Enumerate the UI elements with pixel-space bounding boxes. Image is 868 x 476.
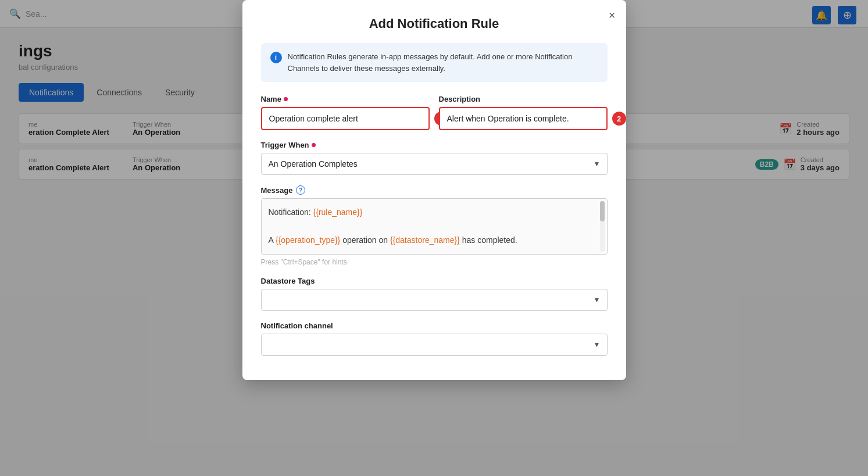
textarea-scrollbar bbox=[600, 201, 605, 252]
datastore-select[interactable] bbox=[261, 289, 608, 311]
info-icon: i bbox=[270, 52, 282, 63]
description-input[interactable] bbox=[439, 107, 608, 130]
message-var-operation-type: {{operation_type}} bbox=[276, 235, 340, 245]
channel-select-wrapper: ▼ bbox=[261, 334, 608, 356]
name-description-row: Name 1 Description 2 bbox=[261, 95, 608, 130]
modal-title: Add Notification Rule bbox=[261, 16, 608, 31]
message-content[interactable]: Notification: {{rule_name}} A {{operatio… bbox=[262, 199, 607, 254]
datastore-select-wrapper: ▼ bbox=[261, 289, 608, 311]
channel-select[interactable] bbox=[261, 334, 608, 356]
message-prefix1: Notification: bbox=[269, 207, 313, 217]
add-notification-rule-modal: × Add Notification Rule i Notification R… bbox=[242, 0, 626, 380]
modal-overlay: × Add Notification Rule i Notification R… bbox=[0, 0, 868, 476]
description-label: Description bbox=[439, 95, 608, 103]
name-input[interactable] bbox=[261, 107, 430, 130]
trigger-label: Trigger When bbox=[261, 141, 608, 149]
message-section: Message ? Notification: {{rule_name}} A … bbox=[261, 185, 608, 266]
message-textarea-wrapper: Notification: {{rule_name}} A {{operatio… bbox=[261, 198, 608, 255]
info-banner: i Notification Rules generate in-app mes… bbox=[261, 43, 608, 82]
name-required-indicator bbox=[284, 97, 288, 101]
channel-section: Notification channel ▼ bbox=[261, 321, 608, 356]
trigger-required-indicator bbox=[312, 143, 316, 147]
close-button[interactable]: × bbox=[609, 9, 616, 21]
name-input-wrapper: 1 bbox=[261, 107, 430, 130]
datastore-label: Datastore Tags bbox=[261, 277, 608, 285]
info-banner-text: Notification Rules generate in-app messa… bbox=[288, 51, 598, 74]
datastore-section: Datastore Tags ▼ bbox=[261, 277, 608, 311]
message-prefix2: A bbox=[269, 235, 276, 245]
channel-label: Notification channel bbox=[261, 321, 608, 330]
scrollbar-thumb bbox=[600, 201, 605, 221]
message-middle: operation on bbox=[340, 235, 390, 245]
name-form-group: Name 1 bbox=[261, 95, 430, 130]
description-form-group: Description 2 bbox=[439, 95, 608, 130]
trigger-select-wrapper: An Operation Completes ▼ bbox=[261, 153, 608, 175]
description-input-wrapper: 2 bbox=[439, 107, 608, 130]
message-var-rule-name: {{rule_name}} bbox=[313, 207, 363, 217]
trigger-select[interactable]: An Operation Completes bbox=[261, 153, 608, 175]
trigger-section: Trigger When An Operation Completes ▼ bbox=[261, 141, 608, 175]
message-help-icon[interactable]: ? bbox=[296, 185, 305, 195]
message-var-datastore-name: {{datastore_name}} bbox=[390, 235, 460, 245]
message-hint: Press "Ctrl+Space" for hints bbox=[261, 258, 608, 266]
message-label: Message ? bbox=[261, 185, 608, 195]
name-label: Name bbox=[261, 95, 430, 103]
description-badge-number: 2 bbox=[612, 112, 626, 126]
message-suffix: has completed. bbox=[460, 235, 517, 245]
